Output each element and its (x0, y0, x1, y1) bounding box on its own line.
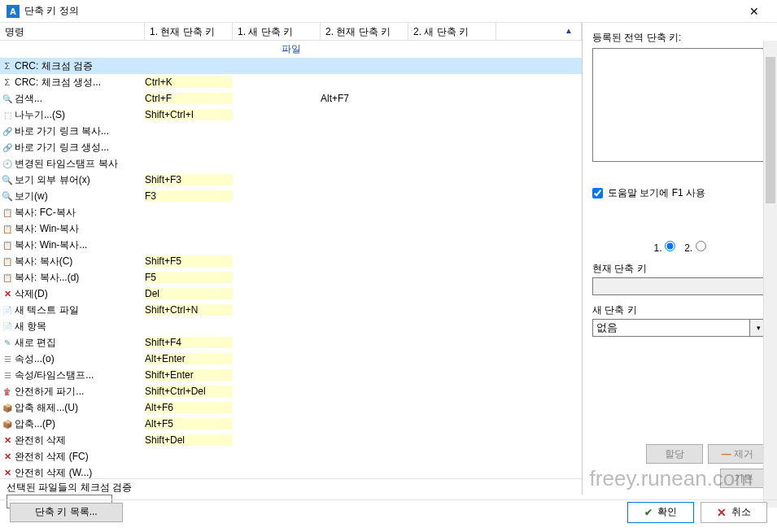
list-row[interactable]: 🔍보기 외부 뷰어(x)Shift+F3 (0, 172, 582, 188)
file-icon: 📄 (0, 306, 15, 315)
list-row[interactable]: 📦압축...(P)Alt+F5 (0, 416, 582, 432)
list-row[interactable]: 📄새 항목 (0, 318, 582, 334)
row-name: 바로 가기 링크 생성... (15, 141, 145, 155)
sigma-icon: Σ (0, 77, 15, 87)
row-name: 복사: 복사...(d) (15, 271, 145, 285)
list-row[interactable]: 🕘변경된 타임스탬프 복사 (0, 155, 582, 172)
list-row[interactable]: ☰속성/타임스탬프...Shift+Enter (0, 367, 582, 383)
copy-icon: 📋 (0, 241, 15, 250)
slot-1-radio[interactable] (665, 241, 675, 251)
row-name: 복사: Win-복사 (15, 222, 145, 236)
copy-icon: 📋 (0, 257, 15, 266)
list-row[interactable]: ✕안전히 삭제 (W...) (0, 464, 582, 478)
assign-button[interactable]: 할당 (646, 444, 703, 464)
slot-2-radio[interactable] (696, 241, 706, 251)
ok-button[interactable]: ✔ 확인 (627, 502, 694, 523)
status-text: 선택된 파일들의 체크섬 검증 (7, 481, 470, 495)
list-row[interactable]: 🔗바로 가기 링크 복사... (0, 123, 582, 139)
current-shortcut-field (592, 277, 767, 295)
list-row[interactable]: ΣCRC: 체크섬 검증 (0, 58, 582, 74)
row-name: 복사: FC-복사 (15, 206, 145, 220)
remove-button[interactable]: — 제거 (708, 444, 767, 464)
row-name: 안전히 삭제 (W...) (15, 466, 145, 479)
list-row[interactable]: 📦압축 해제...(U)Alt+F6 (0, 399, 582, 416)
copy-icon: 📋 (0, 208, 15, 217)
row-name: 검색... (15, 92, 145, 106)
row-1-current: Shift+F3 (145, 174, 233, 185)
row-name: 완전히 삭제 (15, 434, 145, 447)
help-f1-checkbox[interactable]: 도움말 보기에 F1 사용 (592, 186, 767, 200)
list-row[interactable]: ✕완전히 삭제Shift+Del (0, 432, 582, 448)
shortcut-list-button[interactable]: 단축 키 목록... (10, 503, 123, 522)
list-row[interactable]: 📋복사: Win-복사... (0, 237, 582, 253)
header-1-new[interactable]: 1. 새 단축 키 (233, 23, 321, 40)
edit-icon: ✎ (0, 338, 15, 347)
row-name: 속성/타임스탬프... (15, 368, 145, 382)
header-2-current[interactable]: 2. 현재 단축 키 (321, 23, 408, 40)
list-row[interactable]: 📋복사: 복사(C)Shift+F5 (0, 253, 582, 269)
list-row[interactable]: 🔍검색...Ctrl+FAlt+F7 (0, 90, 582, 107)
row-name: 새로 편집 (15, 336, 145, 350)
row-name: CRC: 체크섬 생성... (15, 76, 145, 89)
row-1-current: Del (145, 288, 233, 299)
new-shortcut-field[interactable] (592, 319, 750, 337)
list-row[interactable]: ✎새로 편집Shift+F4 (0, 334, 582, 351)
row-name: 변경된 타임스탬프 복사 (15, 157, 145, 171)
row-name: 복사: Win-복사... (15, 238, 145, 252)
check-icon: ✔ (644, 507, 653, 518)
titlebar: A 단축 키 정의 ✕ (0, 0, 777, 23)
close-button[interactable]: ✕ (738, 0, 770, 23)
row-1-current: Alt+F5 (145, 418, 233, 430)
row-name: 삭제(D) (15, 287, 145, 301)
file-icon: 📄 (0, 322, 15, 331)
clock-icon: 🕘 (0, 159, 15, 168)
row-1-current: F5 (145, 272, 233, 283)
row-1-current: F3 (145, 190, 233, 202)
slot-radio-group: 1. 2. (592, 241, 767, 254)
copy-icon: 📋 (0, 273, 15, 282)
cancel-button[interactable]: ✕ 취소 (701, 502, 767, 523)
app-icon: A (7, 5, 20, 18)
row-name: 복사: 복사(C) (15, 255, 145, 268)
list-row[interactable]: ΣCRC: 체크섬 생성...Ctrl+K (0, 74, 582, 90)
list-row[interactable]: ☰속성...(o)Alt+Enter (0, 351, 582, 367)
list-row[interactable]: 🔗바로 가기 링크 생성... (0, 139, 582, 155)
header-2-new[interactable]: 2. 새 단축 키 (408, 23, 496, 40)
row-name: 보기 외부 뷰어(x) (15, 173, 145, 187)
current-shortcut-label: 현재 단축 키 (592, 262, 767, 276)
mag-icon: 🔍 (0, 175, 15, 185)
row-name: 압축...(P) (15, 417, 145, 431)
zip-icon: 📦 (0, 420, 15, 429)
scrollbar-thumb[interactable] (766, 57, 775, 203)
row-1-current: Ctrl+F (145, 93, 233, 104)
row-name: 압축 해제...(U) (15, 401, 145, 415)
prop-icon: ☰ (0, 355, 15, 364)
registered-global-keys-box[interactable] (592, 48, 767, 162)
list-row[interactable]: ⬚나누기...(S)Shift+Ctrl+I (0, 107, 582, 123)
list-row[interactable]: 📋복사: Win-복사 (0, 220, 582, 237)
list-row[interactable]: 📋복사: 복사...(d)F5 (0, 269, 582, 286)
row-1-current: Shift+Ctrl+Del (145, 386, 233, 397)
list-row[interactable]: 📋복사: FC-복사 (0, 204, 582, 220)
list-row[interactable]: ✕삭제(D)Del (0, 286, 582, 302)
help-f1-checkbox-input[interactable] (592, 188, 603, 198)
list-row[interactable]: 🔍보기(w)F3 (0, 188, 582, 204)
shred-icon: 🗑 (0, 387, 15, 396)
row-1-current: Alt+Enter (145, 353, 233, 364)
default-button[interactable]: 기본 (720, 469, 767, 488)
row-1-current: Shift+F4 (145, 337, 233, 348)
command-list[interactable]: ΣCRC: 체크섬 검증ΣCRC: 체크섬 생성...Ctrl+K🔍검색...C… (0, 58, 582, 478)
del-icon: ✕ (0, 435, 15, 446)
row-name: 바로 가기 링크 복사... (15, 124, 145, 138)
list-row[interactable]: 🗑안전하게 파기...Shift+Ctrl+Del (0, 383, 582, 399)
header-1-current[interactable]: 1. 현재 단축 키 (145, 23, 233, 40)
sort-arrow-icon: ▲ (565, 26, 573, 35)
list-row[interactable]: ✕완전히 삭제 (FC) (0, 448, 582, 464)
row-name: 안전하게 파기... (15, 385, 145, 399)
new-shortcut-label: 새 단축 키 (592, 303, 767, 317)
vertical-scrollbar[interactable] (763, 41, 777, 508)
list-row[interactable]: 📄새 텍스트 파일Shift+Ctrl+N (0, 302, 582, 318)
row-name: 완전히 삭제 (FC) (15, 450, 145, 464)
row-name: 속성...(o) (15, 352, 145, 366)
header-name[interactable]: 명령 (0, 23, 145, 40)
